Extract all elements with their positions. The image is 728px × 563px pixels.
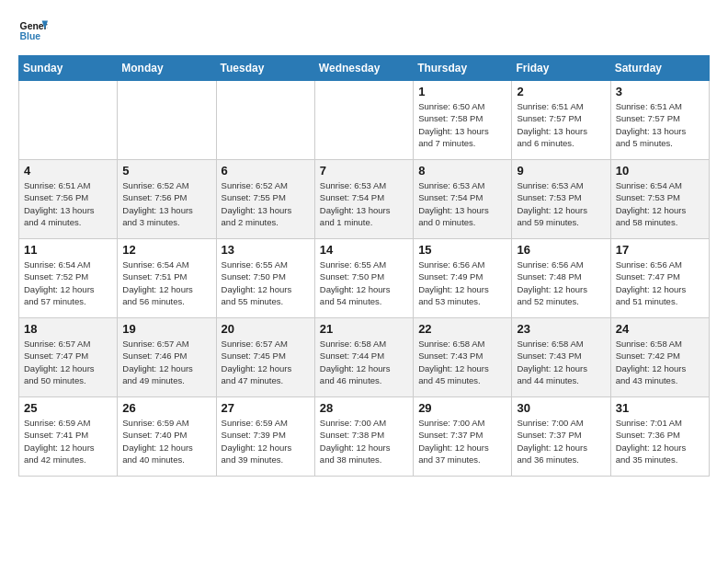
weekday-header: Saturday — [610, 56, 709, 81]
day-info: Sunrise: 6:51 AM Sunset: 7:57 PM Dayligh… — [517, 100, 605, 149]
day-info: Sunrise: 6:59 AM Sunset: 7:39 PM Dayligh… — [222, 417, 310, 465]
day-info: Sunrise: 6:51 AM Sunset: 7:56 PM Dayligh… — [24, 179, 112, 228]
calendar-cell: 19Sunrise: 6:57 AM Sunset: 7:46 PM Dayli… — [118, 318, 216, 397]
calendar-cell: 1Sunrise: 6:50 AM Sunset: 7:58 PM Daylig… — [414, 81, 512, 160]
day-number: 13 — [222, 243, 310, 257]
day-info: Sunrise: 6:50 AM Sunset: 7:58 PM Dayligh… — [418, 100, 506, 149]
day-number: 3 — [616, 85, 704, 98]
calendar-week-row: 4Sunrise: 6:51 AM Sunset: 7:56 PM Daylig… — [19, 160, 710, 239]
calendar-cell: 12Sunrise: 6:54 AM Sunset: 7:51 PM Dayli… — [118, 239, 216, 318]
day-number: 17 — [616, 243, 704, 257]
weekday-header: Friday — [512, 56, 610, 81]
calendar-cell: 23Sunrise: 6:58 AM Sunset: 7:43 PM Dayli… — [512, 318, 610, 397]
calendar-cell: 7Sunrise: 6:53 AM Sunset: 7:54 PM Daylig… — [314, 160, 413, 239]
day-number: 4 — [24, 164, 112, 178]
day-info: Sunrise: 6:53 AM Sunset: 7:54 PM Dayligh… — [320, 179, 408, 228]
day-number: 10 — [616, 164, 704, 178]
day-info: Sunrise: 7:00 AM Sunset: 7:37 PM Dayligh… — [517, 417, 605, 465]
calendar-cell: 26Sunrise: 6:59 AM Sunset: 7:40 PM Dayli… — [118, 397, 216, 477]
day-info: Sunrise: 6:53 AM Sunset: 7:53 PM Dayligh… — [517, 179, 605, 228]
weekday-header: Sunday — [19, 56, 118, 81]
day-number: 26 — [122, 401, 210, 415]
day-info: Sunrise: 6:53 AM Sunset: 7:54 PM Dayligh… — [418, 179, 506, 228]
calendar-cell: 21Sunrise: 6:58 AM Sunset: 7:44 PM Dayli… — [314, 318, 413, 397]
day-number: 28 — [320, 401, 408, 415]
day-number: 23 — [517, 322, 605, 336]
day-info: Sunrise: 7:00 AM Sunset: 7:37 PM Dayligh… — [418, 417, 506, 465]
logo-icon: General Blue — [18, 15, 48, 44]
weekday-header: Thursday — [414, 56, 512, 81]
day-number: 21 — [320, 322, 408, 336]
weekday-header: Tuesday — [216, 56, 314, 81]
calendar-cell: 31Sunrise: 7:01 AM Sunset: 7:36 PM Dayli… — [610, 397, 709, 477]
day-info: Sunrise: 6:58 AM Sunset: 7:42 PM Dayligh… — [616, 338, 704, 386]
day-info: Sunrise: 6:54 AM Sunset: 7:52 PM Dayligh… — [24, 259, 112, 307]
day-info: Sunrise: 7:00 AM Sunset: 7:38 PM Dayligh… — [320, 417, 408, 465]
day-info: Sunrise: 6:59 AM Sunset: 7:40 PM Dayligh… — [122, 417, 210, 465]
day-number: 29 — [418, 401, 506, 415]
day-number: 15 — [418, 243, 506, 257]
day-number: 2 — [517, 85, 605, 98]
calendar-cell: 24Sunrise: 6:58 AM Sunset: 7:42 PM Dayli… — [610, 318, 709, 397]
calendar-cell: 15Sunrise: 6:56 AM Sunset: 7:49 PM Dayli… — [414, 239, 512, 318]
calendar-table: SundayMondayTuesdayWednesdayThursdayFrid… — [18, 55, 710, 477]
header-row: SundayMondayTuesdayWednesdayThursdayFrid… — [19, 56, 710, 81]
calendar-week-row: 11Sunrise: 6:54 AM Sunset: 7:52 PM Dayli… — [19, 239, 710, 318]
day-number: 11 — [24, 243, 112, 257]
calendar-cell — [314, 81, 413, 160]
day-info: Sunrise: 6:57 AM Sunset: 7:46 PM Dayligh… — [122, 338, 210, 386]
day-number: 5 — [122, 164, 210, 178]
svg-text:Blue: Blue — [20, 31, 41, 41]
page: General Blue SundayMondayTuesdayWednesda… — [0, 0, 728, 491]
calendar-cell: 30Sunrise: 7:00 AM Sunset: 7:37 PM Dayli… — [512, 397, 610, 477]
day-info: Sunrise: 6:52 AM Sunset: 7:56 PM Dayligh… — [122, 179, 210, 228]
calendar-cell: 20Sunrise: 6:57 AM Sunset: 7:45 PM Dayli… — [216, 318, 314, 397]
day-info: Sunrise: 6:54 AM Sunset: 7:53 PM Dayligh… — [616, 179, 704, 228]
day-number: 20 — [222, 322, 310, 336]
calendar-cell: 3Sunrise: 6:51 AM Sunset: 7:57 PM Daylig… — [610, 81, 709, 160]
calendar-cell: 18Sunrise: 6:57 AM Sunset: 7:47 PM Dayli… — [19, 318, 118, 397]
calendar-cell: 28Sunrise: 7:00 AM Sunset: 7:38 PM Dayli… — [314, 397, 413, 477]
day-number: 6 — [222, 164, 310, 178]
day-number: 25 — [24, 401, 112, 415]
calendar-week-row: 18Sunrise: 6:57 AM Sunset: 7:47 PM Dayli… — [19, 318, 710, 397]
day-info: Sunrise: 6:54 AM Sunset: 7:51 PM Dayligh… — [122, 259, 210, 307]
day-number: 7 — [320, 164, 408, 178]
day-number: 18 — [24, 322, 112, 336]
day-info: Sunrise: 6:58 AM Sunset: 7:43 PM Dayligh… — [517, 338, 605, 386]
calendar-cell: 29Sunrise: 7:00 AM Sunset: 7:37 PM Dayli… — [414, 397, 512, 477]
calendar-week-row: 1Sunrise: 6:50 AM Sunset: 7:58 PM Daylig… — [19, 81, 710, 160]
day-info: Sunrise: 6:55 AM Sunset: 7:50 PM Dayligh… — [320, 259, 408, 307]
calendar-cell: 17Sunrise: 6:56 AM Sunset: 7:47 PM Dayli… — [610, 239, 709, 318]
day-number: 1 — [418, 85, 506, 98]
day-number: 8 — [418, 164, 506, 178]
calendar-week-row: 25Sunrise: 6:59 AM Sunset: 7:41 PM Dayli… — [19, 397, 710, 477]
calendar-cell — [216, 81, 314, 160]
header: General Blue — [18, 15, 710, 44]
calendar-cell: 16Sunrise: 6:56 AM Sunset: 7:48 PM Dayli… — [512, 239, 610, 318]
day-number: 31 — [616, 401, 704, 415]
day-number: 19 — [122, 322, 210, 336]
day-number: 24 — [616, 322, 704, 336]
calendar-cell: 5Sunrise: 6:52 AM Sunset: 7:56 PM Daylig… — [118, 160, 216, 239]
calendar-cell — [19, 81, 118, 160]
calendar-cell: 27Sunrise: 6:59 AM Sunset: 7:39 PM Dayli… — [216, 397, 314, 477]
day-info: Sunrise: 6:51 AM Sunset: 7:57 PM Dayligh… — [616, 100, 704, 149]
day-info: Sunrise: 6:59 AM Sunset: 7:41 PM Dayligh… — [24, 417, 112, 465]
calendar-cell: 4Sunrise: 6:51 AM Sunset: 7:56 PM Daylig… — [19, 160, 118, 239]
day-info: Sunrise: 7:01 AM Sunset: 7:36 PM Dayligh… — [616, 417, 704, 465]
day-number: 30 — [517, 401, 605, 415]
calendar-cell: 22Sunrise: 6:58 AM Sunset: 7:43 PM Dayli… — [414, 318, 512, 397]
day-info: Sunrise: 6:55 AM Sunset: 7:50 PM Dayligh… — [222, 259, 310, 307]
logo: General Blue — [18, 15, 51, 44]
weekday-header: Wednesday — [314, 56, 413, 81]
calendar-cell: 10Sunrise: 6:54 AM Sunset: 7:53 PM Dayli… — [610, 160, 709, 239]
calendar-cell: 11Sunrise: 6:54 AM Sunset: 7:52 PM Dayli… — [19, 239, 118, 318]
day-info: Sunrise: 6:56 AM Sunset: 7:48 PM Dayligh… — [517, 259, 605, 307]
day-info: Sunrise: 6:56 AM Sunset: 7:49 PM Dayligh… — [418, 259, 506, 307]
calendar-cell — [118, 81, 216, 160]
day-number: 14 — [320, 243, 408, 257]
day-info: Sunrise: 6:58 AM Sunset: 7:43 PM Dayligh… — [418, 338, 506, 386]
day-info: Sunrise: 6:56 AM Sunset: 7:47 PM Dayligh… — [616, 259, 704, 307]
day-info: Sunrise: 6:57 AM Sunset: 7:47 PM Dayligh… — [24, 338, 112, 386]
